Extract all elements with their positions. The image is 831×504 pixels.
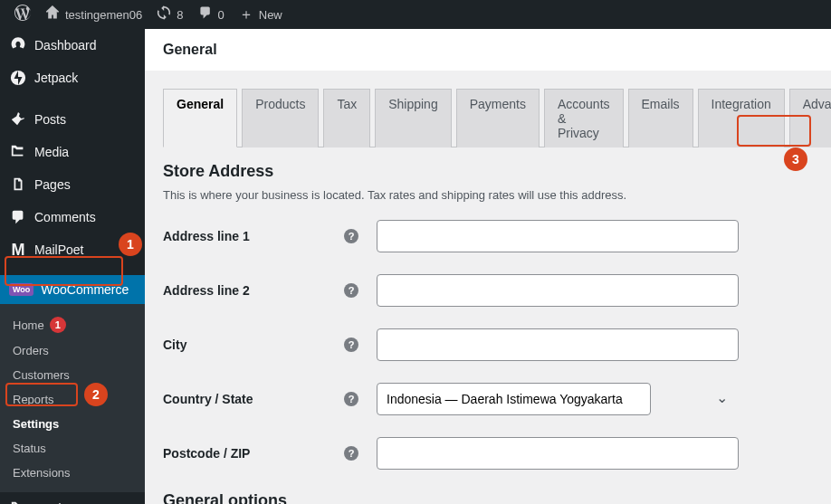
site-name[interactable]: testingemen06 <box>38 0 149 29</box>
tab-accounts[interactable]: Accounts & Privacy <box>544 89 624 147</box>
sidebar-item-products[interactable]: Products <box>0 492 145 504</box>
city-input[interactable] <box>377 328 739 361</box>
city-label: City <box>163 338 344 352</box>
annotation-badge-2: 2 <box>84 383 108 406</box>
sidebar-label: Comments <box>34 210 96 224</box>
form-row-address1: Address line 1 ? <box>163 220 813 252</box>
sidebar-item-dashboard[interactable]: Dashboard <box>0 29 145 62</box>
nav-tabs: General Products Tax Shipping Payments A… <box>163 89 813 147</box>
page-title: General <box>163 42 813 58</box>
new-content[interactable]: ＋ New <box>232 0 290 29</box>
help-icon[interactable]: ? <box>344 392 358 406</box>
sidebar-item-jetpack[interactable]: Jetpack <box>0 62 145 94</box>
sidebar-item-woocommerce[interactable]: Woo WooCommerce <box>0 275 145 304</box>
sidebar-item-posts[interactable]: Posts <box>0 103 145 136</box>
submenu-label: Home <box>13 319 44 332</box>
address2-label: Address line 2 <box>163 283 344 298</box>
home-icon <box>45 5 60 24</box>
admin-bar: testingemen06 8 0 ＋ New <box>0 0 831 29</box>
comments-bubble[interactable]: 0 <box>191 0 232 29</box>
comment-icon <box>198 5 213 24</box>
content-area: General General Products Tax Shipping Pa… <box>145 29 831 504</box>
pin-icon <box>9 110 27 128</box>
tab-emails[interactable]: Emails <box>628 89 693 147</box>
sidebar-label: MailPoet <box>34 242 83 257</box>
tab-general[interactable]: General <box>163 89 237 147</box>
general-options-heading: General options <box>163 491 813 504</box>
country-select-wrapper: Indonesia — Daerah Istimewa Yogyakarta <box>377 383 739 415</box>
form-row-country: Country / State ? Indonesia — Daerah Ist… <box>163 383 813 415</box>
new-label: New <box>259 8 282 22</box>
tab-shipping[interactable]: Shipping <box>375 89 452 147</box>
sidebar-label: Pages <box>34 177 71 192</box>
comments-icon <box>9 208 27 226</box>
page-header: General <box>145 29 831 71</box>
help-icon[interactable]: ? <box>344 283 358 298</box>
pages-icon <box>9 176 27 194</box>
annotation-badge-3: 3 <box>784 147 807 171</box>
form-table: Address line 1 ? Address line 2 ? City ?… <box>163 220 813 470</box>
address2-input[interactable] <box>377 274 739 307</box>
update-icon <box>157 5 171 24</box>
submenu-label: Customers <box>13 368 70 382</box>
section-description: This is where your business is located. … <box>163 188 813 202</box>
submenu-orders[interactable]: Orders <box>0 338 145 363</box>
sidebar-item-pages[interactable]: Pages <box>0 168 145 201</box>
submenu-label: Status <box>13 442 46 455</box>
submenu-reports[interactable]: Reports <box>0 387 145 412</box>
submenu-settings[interactable]: Settings <box>0 412 145 436</box>
tab-payments[interactable]: Payments <box>456 89 540 147</box>
woo-icon: Woo <box>9 283 33 296</box>
sidebar-label: Media <box>34 145 69 159</box>
submenu-home[interactable]: Home 1 <box>0 311 145 338</box>
tab-integration[interactable]: Integration <box>698 89 785 147</box>
postcode-label: Postcode / ZIP <box>163 446 344 461</box>
jetpack-icon <box>9 69 27 87</box>
tab-advanced[interactable]: Advanced <box>789 89 831 147</box>
comments-count: 0 <box>218 8 224 22</box>
home-badge: 1 <box>50 317 66 333</box>
dashboard-icon <box>9 36 27 54</box>
annotation-badge-1: 1 <box>119 233 142 256</box>
submenu-label: Orders <box>13 344 49 357</box>
submenu-extensions[interactable]: Extensions <box>0 461 145 485</box>
postcode-input[interactable] <box>377 437 739 470</box>
sidebar-label: Jetpack <box>34 71 78 85</box>
country-select[interactable]: Indonesia — Daerah Istimewa Yogyakarta <box>377 383 651 415</box>
woo-submenu: Home 1 Orders Customers Reports Settings… <box>0 304 145 492</box>
help-icon[interactable]: ? <box>344 338 358 352</box>
sidebar-label: Posts <box>34 112 66 127</box>
address1-input[interactable] <box>377 220 739 252</box>
form-row-postcode: Postcode / ZIP ? <box>163 437 813 470</box>
submenu-label: Reports <box>13 393 54 406</box>
help-icon[interactable]: ? <box>344 229 358 243</box>
updates-count: 8 <box>177 8 183 22</box>
wp-logo[interactable] <box>7 0 38 29</box>
plus-icon: ＋ <box>239 5 253 24</box>
admin-sidebar: Dashboard Jetpack Posts Media Pages Comm… <box>0 29 145 504</box>
submenu-customers[interactable]: Customers <box>0 363 145 387</box>
help-icon[interactable]: ? <box>344 446 358 461</box>
address1-label: Address line 1 <box>163 229 344 243</box>
country-label: Country / State <box>163 392 344 406</box>
tab-tax[interactable]: Tax <box>323 89 370 147</box>
wordpress-icon <box>14 5 31 24</box>
store-address-section: Store Address This is where your busines… <box>145 147 831 504</box>
form-row-address2: Address line 2 ? <box>163 274 813 307</box>
site-name-text: testingemen06 <box>65 8 142 22</box>
updates[interactable]: 8 <box>149 0 190 29</box>
tabs-wrapper: General Products Tax Shipping Payments A… <box>145 71 831 147</box>
tab-products[interactable]: Products <box>242 89 319 147</box>
submenu-label: Extensions <box>13 466 71 480</box>
media-icon <box>9 143 27 161</box>
sidebar-item-media[interactable]: Media <box>0 136 145 168</box>
sidebar-label: WooCommerce <box>41 282 129 297</box>
mailpoet-icon: M <box>9 241 27 259</box>
submenu-label: Settings <box>13 417 59 431</box>
form-row-city: City ? <box>163 328 813 361</box>
submenu-status[interactable]: Status <box>0 436 145 461</box>
products-icon <box>9 499 27 504</box>
sidebar-label: Dashboard <box>34 38 97 52</box>
sidebar-item-comments[interactable]: Comments <box>0 201 145 233</box>
section-heading: Store Address <box>163 162 813 181</box>
